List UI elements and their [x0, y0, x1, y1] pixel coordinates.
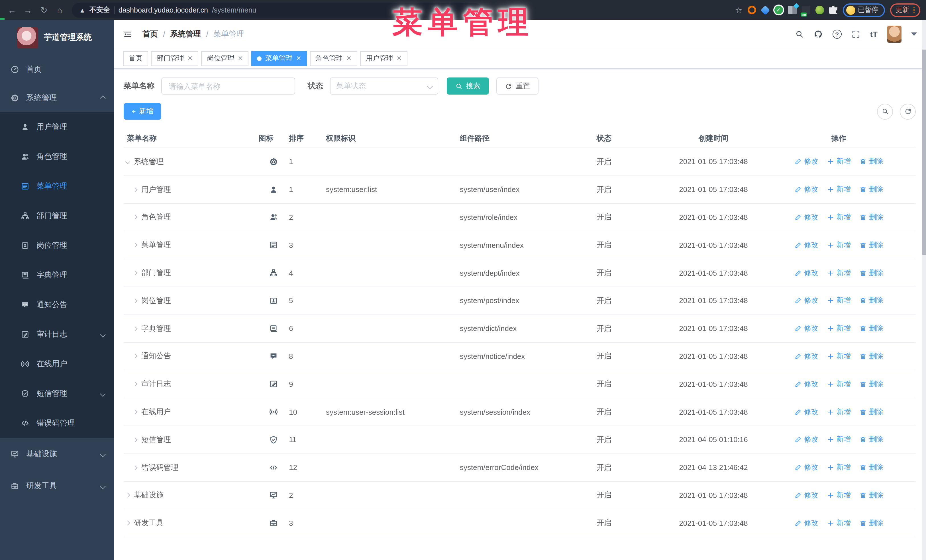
font-size-icon[interactable]: tT	[870, 30, 878, 39]
delete-link[interactable]: 删除	[859, 491, 883, 500]
github-icon[interactable]	[814, 30, 823, 39]
add-link[interactable]: 新增	[827, 240, 851, 250]
add-link[interactable]: 新增	[827, 379, 851, 389]
edit-link[interactable]: 修改	[794, 268, 818, 278]
extension-icon-gem[interactable]	[760, 5, 770, 15]
close-tab-icon[interactable]: ✕	[396, 55, 402, 62]
collapse-sidebar-icon[interactable]	[123, 30, 132, 39]
delete-link[interactable]: 删除	[859, 296, 883, 306]
scrollbar-thumb[interactable]	[922, 50, 926, 255]
edit-link[interactable]: 修改	[794, 491, 818, 500]
sidebar-item-用户管理[interactable]: 用户管理	[0, 112, 114, 142]
extension-icon-monkey[interactable]	[815, 6, 824, 14]
add-link[interactable]: 新增	[827, 157, 851, 167]
tab-角色管理[interactable]: 角色管理✕	[310, 51, 357, 66]
expand-row-icon[interactable]	[126, 521, 130, 525]
sidebar-item-菜单管理[interactable]: 菜单管理	[0, 172, 114, 201]
sidebar-item-错误码管理[interactable]: 错误码管理	[0, 409, 114, 438]
edit-link[interactable]: 修改	[794, 213, 818, 222]
sidebar-item-研发工具[interactable]: 研发工具	[0, 470, 114, 502]
chevron-down-icon[interactable]	[911, 32, 917, 36]
delete-link[interactable]: 删除	[859, 324, 883, 333]
add-button[interactable]: + 新增	[124, 103, 162, 120]
delete-link[interactable]: 删除	[859, 463, 883, 472]
add-link[interactable]: 新增	[827, 435, 851, 445]
expand-row-icon[interactable]	[133, 270, 138, 275]
breadcrumb-item[interactable]: 首页	[142, 29, 158, 39]
status-select[interactable]: 菜单状态	[330, 77, 438, 95]
expand-row-icon[interactable]	[133, 326, 138, 331]
add-link[interactable]: 新增	[827, 352, 851, 361]
delete-link[interactable]: 删除	[859, 518, 883, 528]
add-link[interactable]: 新增	[827, 296, 851, 306]
edit-link[interactable]: 修改	[794, 463, 818, 472]
edit-link[interactable]: 修改	[794, 324, 818, 333]
close-tab-icon[interactable]: ✕	[238, 55, 243, 62]
sidebar-item-基础设施[interactable]: 基础设施	[0, 438, 114, 470]
edit-link[interactable]: 修改	[794, 435, 818, 445]
breadcrumb-item[interactable]: 系统管理	[170, 29, 201, 39]
delete-link[interactable]: 删除	[859, 435, 883, 445]
delete-link[interactable]: 删除	[859, 184, 883, 194]
edit-link[interactable]: 修改	[794, 184, 818, 194]
delete-link[interactable]: 删除	[859, 352, 883, 361]
delete-link[interactable]: 删除	[859, 268, 883, 278]
edit-link[interactable]: 修改	[794, 518, 818, 528]
expand-row-icon[interactable]	[133, 382, 138, 386]
browser-reload-icon[interactable]: ↻	[38, 4, 50, 16]
expand-row-icon[interactable]	[133, 215, 138, 220]
expand-row-icon[interactable]	[133, 465, 138, 470]
sidebar-item-角色管理[interactable]: 角色管理	[0, 142, 114, 172]
browser-back-icon[interactable]: ←	[6, 4, 18, 16]
search-icon[interactable]	[795, 30, 804, 39]
sidebar-item-部门管理[interactable]: 部门管理	[0, 201, 114, 231]
tab-部门管理[interactable]: 部门管理✕	[151, 51, 198, 66]
browser-home-icon[interactable]: ⌂	[54, 4, 66, 16]
edit-link[interactable]: 修改	[794, 352, 818, 361]
tab-首页[interactable]: 首页	[123, 51, 148, 66]
extension-icon-switch[interactable]: on	[802, 6, 810, 14]
add-link[interactable]: 新增	[827, 213, 851, 222]
sidebar-item-系统管理[interactable]: 系统管理	[0, 84, 114, 112]
user-avatar[interactable]	[887, 26, 902, 43]
expand-row-icon[interactable]	[133, 354, 138, 359]
edit-link[interactable]: 修改	[794, 157, 818, 167]
close-tab-icon[interactable]: ✕	[296, 55, 301, 62]
close-tab-icon[interactable]: ✕	[188, 55, 193, 62]
browser-forward-icon[interactable]: →	[22, 4, 34, 16]
expand-row-icon[interactable]	[133, 298, 138, 303]
page-scrollbar[interactable]	[922, 20, 926, 560]
edit-link[interactable]: 修改	[794, 407, 818, 417]
add-link[interactable]: 新增	[827, 407, 851, 417]
sidebar-item-字典管理[interactable]: 字典管理	[0, 260, 114, 290]
sidebar-item-在线用户[interactable]: 在线用户	[0, 349, 114, 379]
edit-link[interactable]: 修改	[794, 240, 818, 250]
collapse-row-icon[interactable]	[126, 159, 130, 164]
add-link[interactable]: 新增	[827, 324, 851, 333]
sidebar-item-岗位管理[interactable]: 岗位管理	[0, 231, 114, 260]
update-button[interactable]: 更新	[890, 3, 920, 17]
extension-icon-columns[interactable]	[788, 6, 796, 14]
reset-button[interactable]: 重置	[496, 77, 539, 95]
close-tab-icon[interactable]: ✕	[346, 55, 351, 62]
refresh-table-button[interactable]	[900, 103, 916, 119]
expand-row-icon[interactable]	[133, 187, 138, 192]
expand-row-icon[interactable]	[133, 410, 138, 414]
help-icon[interactable]: ?	[832, 30, 842, 39]
expand-row-icon[interactable]	[133, 437, 138, 442]
delete-link[interactable]: 删除	[859, 379, 883, 389]
tab-岗位管理[interactable]: 岗位管理✕	[201, 51, 248, 66]
extension-icon-check[interactable]: ✓	[774, 6, 783, 14]
show-search-toggle-button[interactable]	[877, 103, 893, 119]
sidebar-item-审计日志[interactable]: 审计日志	[0, 320, 114, 349]
delete-link[interactable]: 删除	[859, 213, 883, 222]
paused-profile-chip[interactable]: 已暂停	[843, 3, 885, 17]
search-button[interactable]: 搜索	[447, 77, 489, 95]
expand-row-icon[interactable]	[126, 493, 130, 498]
fullscreen-icon[interactable]	[851, 30, 861, 39]
extensions-puzzle-icon[interactable]	[829, 6, 837, 14]
tab-菜单管理[interactable]: 菜单管理✕	[251, 51, 307, 66]
add-link[interactable]: 新增	[827, 518, 851, 528]
sidebar-item-短信管理[interactable]: 短信管理	[0, 379, 114, 409]
delete-link[interactable]: 删除	[859, 157, 883, 167]
